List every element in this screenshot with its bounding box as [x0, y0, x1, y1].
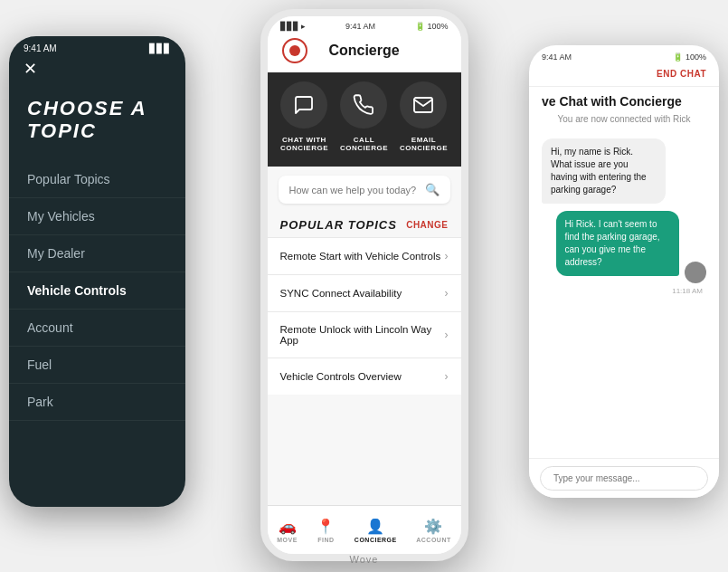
center-battery: 🔋 100%	[415, 22, 449, 31]
chevron-right-icon: ›	[445, 287, 449, 300]
chat-icon-circle[interactable]	[280, 81, 327, 129]
end-chat-button[interactable]: END CHAT	[657, 69, 706, 79]
left-status-bar: 9:41 AM ▊▊▊	[9, 36, 185, 57]
left-time: 9:41 AM	[24, 43, 57, 53]
right-status-bar: 9:41 AM 🔋 100%	[529, 45, 719, 65]
nav-vehicle-controls[interactable]: Vehicle Controls	[9, 272, 185, 310]
action-buttons-row: CHAT WITHCONCIERGE CALLCONCIERGE	[268, 72, 461, 167]
topic-remote-unlock[interactable]: Remote Unlock with Lincoln Way App ›	[268, 311, 461, 358]
chat-icon	[293, 94, 315, 116]
email-icon	[412, 94, 434, 116]
right-phone: 9:41 AM 🔋 100% END CHAT ve Chat with Con…	[529, 45, 719, 498]
topic-sync-connect-label: SYNC Connect Availability	[280, 288, 402, 299]
center-phone: ▊▊▊ ▸ 9:41 AM 🔋 100% Concierge	[260, 9, 468, 561]
chat-screen-title: ve Chat with Concierge	[529, 87, 719, 112]
user-message-1: Hi Rick. I can't seem to find the parkin…	[556, 211, 680, 276]
find-icon: 📍	[317, 518, 335, 535]
popular-topics-title: POPULAR TOPICS	[280, 218, 397, 232]
chevron-right-icon: ›	[445, 329, 449, 341]
call-concierge-button[interactable]: CALLCONCIERGE	[340, 81, 388, 152]
nav-concierge[interactable]: 👤 CONCIERGE	[355, 518, 397, 543]
user-avatar	[685, 262, 706, 283]
topic-remote-unlock-label: Remote Unlock with Lincoln Way App	[280, 324, 445, 346]
nav-popular-topics[interactable]: Popular Topics	[9, 161, 185, 198]
email-concierge-button[interactable]: EMAILCONCIERGE	[400, 81, 448, 152]
topic-remote-start-label: Remote Start with Vehicle Controls	[280, 251, 441, 262]
right-header: END CHAT	[529, 65, 719, 87]
change-button[interactable]: CHANGE	[406, 220, 448, 230]
topic-vehicle-controls[interactable]: Vehicle Controls Overview ›	[268, 358, 461, 395]
agent-message-1: Hi, my name is Rick. What issue are you …	[542, 138, 666, 204]
chat-input[interactable]	[540, 466, 708, 491]
nav-find[interactable]: 📍 FIND	[317, 518, 335, 543]
right-time: 9:41 AM	[542, 52, 572, 62]
watermark: Wove	[350, 554, 379, 565]
chat-input-bar	[529, 458, 719, 498]
search-bar[interactable]: 🔍	[279, 176, 450, 204]
chat-label: CHAT WITHCONCIERGE	[280, 136, 328, 152]
nav-park[interactable]: Park	[9, 384, 185, 421]
brand-logo	[282, 38, 307, 63]
popular-topics-header: POPULAR TOPICS CHANGE	[268, 213, 461, 237]
account-icon: ⚙️	[424, 518, 442, 535]
search-input[interactable]	[289, 185, 425, 195]
chat-messages: Hi, my name is Rick. What issue are you …	[529, 131, 719, 310]
email-label: EMAILCONCIERGE	[400, 136, 448, 152]
call-label: CALLCONCIERGE	[340, 136, 388, 152]
brand-logo-inner	[289, 45, 300, 56]
nav-move[interactable]: 🚗 MOVE	[277, 518, 298, 543]
move-icon: 🚗	[279, 518, 297, 535]
scene: 9:41 AM ▊▊▊ ✕ CHOOSE A TOPIC Popular Top…	[0, 0, 728, 572]
center-status-bar: ▊▊▊ ▸ 9:41 AM 🔋 100%	[268, 16, 461, 34]
close-button[interactable]: ✕	[9, 57, 185, 88]
topic-remote-start[interactable]: Remote Start with Vehicle Controls ›	[268, 237, 461, 274]
chat-concierge-button[interactable]: CHAT WITHCONCIERGE	[280, 81, 328, 152]
center-signal-icon: ▊▊▊ ▸	[280, 22, 307, 31]
chevron-right-icon: ›	[445, 250, 449, 262]
bottom-nav: 🚗 MOVE 📍 FIND 👤 CONCIERGE ⚙️ ACCOUNT	[268, 505, 461, 554]
nav-my-dealer[interactable]: My Dealer	[9, 235, 185, 272]
chat-timestamp: 11:18 AM	[542, 287, 706, 295]
topic-sync-connect[interactable]: SYNC Connect Availability ›	[268, 274, 461, 311]
chat-connected-status: You are now connected with Rick	[529, 112, 719, 131]
concierge-icon: 👤	[366, 518, 384, 535]
user-message-row: Hi Rick. I can't seem to find the parkin…	[542, 211, 706, 283]
move-label: MOVE	[277, 537, 298, 543]
left-phone: 9:41 AM ▊▊▊ ✕ CHOOSE A TOPIC Popular Top…	[9, 36, 185, 507]
phone-icon	[353, 94, 374, 116]
chevron-right-icon: ›	[445, 370, 449, 383]
choose-topic-title: CHOOSE A TOPIC	[9, 88, 185, 161]
center-time: 9:41 AM	[345, 22, 375, 31]
left-nav: Popular Topics My Vehicles My Dealer Veh…	[9, 161, 185, 421]
right-battery: 🔋 100%	[673, 52, 706, 62]
concierge-label: CONCIERGE	[355, 537, 397, 543]
call-icon-circle[interactable]	[340, 81, 387, 129]
find-label: FIND	[317, 537, 334, 543]
search-icon: 🔍	[425, 183, 440, 196]
nav-my-vehicles[interactable]: My Vehicles	[9, 198, 185, 235]
topic-vehicle-controls-label: Vehicle Controls Overview	[280, 371, 402, 382]
center-header: Concierge	[268, 34, 461, 72]
nav-fuel[interactable]: Fuel	[9, 347, 185, 384]
nav-account[interactable]: Account	[9, 310, 185, 347]
nav-account-bottom[interactable]: ⚙️ ACCOUNT	[416, 518, 451, 543]
left-signal: ▊▊▊	[149, 43, 171, 53]
email-icon-circle[interactable]	[400, 81, 447, 129]
center-title: Concierge	[307, 43, 421, 59]
account-label: ACCOUNT	[416, 537, 451, 543]
